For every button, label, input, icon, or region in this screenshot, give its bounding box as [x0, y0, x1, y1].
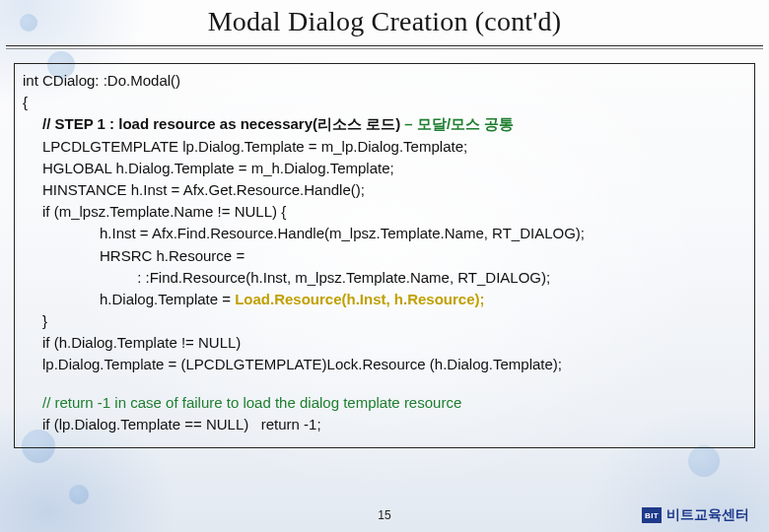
code-line: if (h.Dialog.Template != NULL) — [23, 332, 746, 354]
code-line: HRSRC h.Resource = — [23, 245, 746, 267]
code-line: : :Find.Resource(h.Inst, m_lpsz.Template… — [23, 267, 746, 289]
code-line: LPCDLGTEMPLATE lp.Dialog.Template = m_lp… — [23, 136, 746, 158]
brand-text: 비트교육센터 — [666, 506, 749, 524]
bg-orb — [69, 485, 89, 504]
brand-logo: BIT — [642, 507, 662, 523]
code-line: if (m_lpsz.Template.Name != NULL) { — [23, 201, 746, 223]
code-step-comment: // STEP 1 : load resource as necessary(리… — [23, 113, 746, 135]
code-line: HGLOBAL h.Dialog.Template = m_h.Dialog.T… — [23, 158, 746, 179]
code-return-comment: // return -1 in case of failure to load … — [23, 392, 746, 414]
code-line: } — [23, 310, 746, 332]
code-line: h.Inst = Afx.Find.Resource.Handle(m_lpsz… — [23, 223, 746, 244]
bg-orb — [688, 445, 720, 477]
branding: BIT 비트교육센터 — [642, 506, 749, 524]
slide-title: Modal Dialog Creation (cont'd) — [0, 6, 769, 37]
code-line: int CDialog: :Do.Modal() — [23, 70, 746, 92]
code-line: HINSTANCE h.Inst = Afx.Get.Resource.Hand… — [23, 179, 746, 201]
title-divider-shadow — [6, 48, 763, 49]
code-block: int CDialog: :Do.Modal() { // STEP 1 : l… — [14, 63, 755, 448]
blank-line — [23, 376, 746, 392]
title-divider — [6, 45, 763, 46]
code-line: { — [23, 92, 746, 113]
code-line: if (lp.Dialog.Template == NULL) return -… — [23, 414, 746, 435]
code-line: lp.Dialog.Template = (LPCDLGTEMPLATE)Loc… — [23, 354, 746, 375]
code-line: h.Dialog.Template = Load.Resource(h.Inst… — [23, 289, 746, 310]
